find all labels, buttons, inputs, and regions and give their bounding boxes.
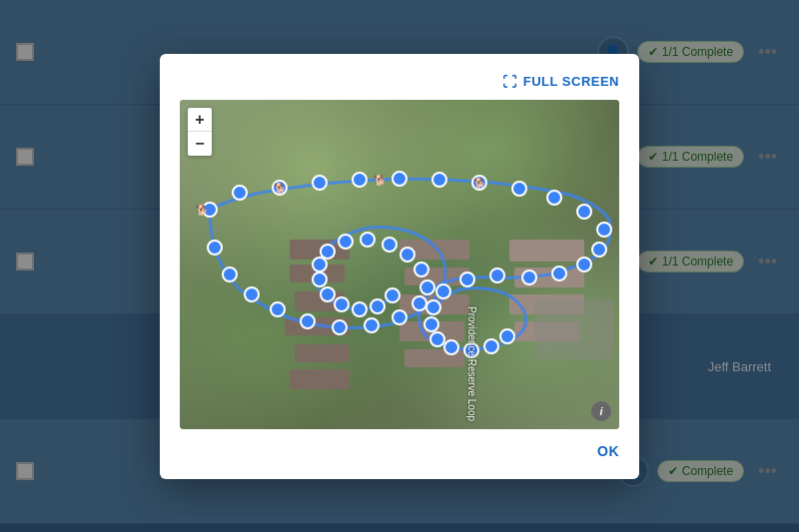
- svg-point-8: [512, 182, 526, 196]
- svg-point-24: [484, 339, 498, 353]
- svg-point-5: [393, 172, 406, 186]
- modal: ⛶ FULL SCREEN: [160, 54, 639, 479]
- building-13: [514, 267, 584, 287]
- svg-point-26: [208, 241, 222, 255]
- building-9: [400, 294, 469, 314]
- svg-text:🐕: 🐕: [473, 177, 486, 190]
- svg-point-9: [547, 191, 561, 205]
- building-4: [285, 317, 350, 335]
- svg-point-48: [386, 288, 400, 302]
- building-11: [404, 349, 464, 367]
- svg-point-46: [353, 302, 367, 316]
- svg-point-11: [597, 223, 611, 237]
- modal-footer: OK: [180, 443, 619, 459]
- svg-point-16: [490, 268, 504, 282]
- ok-button[interactable]: OK: [597, 443, 619, 459]
- fullscreen-icon: ⛶: [502, 74, 517, 90]
- svg-point-38: [383, 238, 397, 252]
- svg-point-32: [365, 318, 379, 332]
- svg-point-47: [371, 299, 385, 313]
- svg-point-39: [361, 233, 375, 247]
- building-1: [290, 240, 350, 260]
- building-5: [295, 344, 350, 362]
- map-container[interactable]: 🐕 🐕 🐕 🐕 + − Providence Reserve Loop i: [180, 100, 619, 429]
- building-12: [509, 240, 584, 262]
- svg-point-3: [313, 176, 327, 190]
- svg-text:🐕: 🐕: [196, 204, 209, 217]
- svg-point-4: [353, 173, 367, 187]
- svg-point-12: [592, 243, 606, 257]
- svg-point-0: [203, 203, 217, 217]
- svg-point-7: [472, 176, 486, 190]
- patrol-route-svg: 🐕 🐕 🐕 🐕: [180, 100, 619, 429]
- building-7: [400, 240, 469, 260]
- fullscreen-button[interactable]: ⛶ FULL SCREEN: [502, 74, 619, 90]
- road-label: Providence Reserve Loop: [466, 305, 477, 420]
- map-background: 🐕 🐕 🐕 🐕 + − Providence Reserve Loop i: [180, 100, 619, 429]
- svg-point-28: [245, 287, 259, 301]
- zoom-out-button[interactable]: −: [188, 132, 212, 156]
- svg-point-27: [223, 267, 237, 281]
- zoom-controls: + −: [188, 108, 212, 156]
- svg-point-6: [432, 173, 446, 187]
- building-10: [400, 321, 464, 341]
- modal-header: ⛶ FULL SCREEN: [180, 74, 619, 90]
- fullscreen-label: FULL SCREEN: [523, 74, 619, 89]
- svg-point-10: [577, 205, 591, 219]
- info-button[interactable]: i: [591, 401, 611, 421]
- building-3: [295, 291, 345, 311]
- road-area: [534, 299, 614, 359]
- svg-point-25: [500, 329, 514, 343]
- svg-point-29: [271, 302, 285, 316]
- zoom-in-button[interactable]: +: [188, 108, 212, 132]
- svg-point-1: [233, 186, 247, 200]
- svg-text:🐕: 🐕: [374, 174, 387, 187]
- building-8: [404, 267, 469, 285]
- svg-point-2: [273, 181, 287, 195]
- svg-text:🐕: 🐕: [274, 182, 287, 195]
- building-2: [290, 265, 345, 282]
- modal-overlay: ⛶ FULL SCREEN: [0, 0, 799, 532]
- building-6: [290, 369, 350, 389]
